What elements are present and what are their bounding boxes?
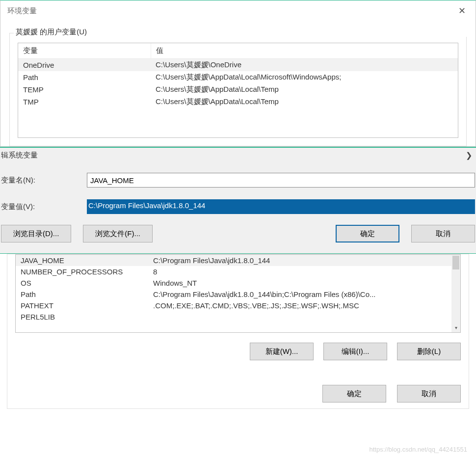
var-value-cell: C:\Users\莫媛媛\AppData\Local\Temp bbox=[151, 96, 458, 108]
var-value-cell: C:\Users\莫媛媛\AppData\Local\Microsoft\Win… bbox=[151, 71, 458, 83]
table-row[interactable]: PathC:\Program Files\Java\jdk1.8.0_144\b… bbox=[16, 289, 451, 300]
var-name-cell: PERL5LIB bbox=[16, 311, 148, 323]
var-value-label: 变量值(V): bbox=[1, 202, 87, 212]
var-value-cell: .COM;.EXE;.BAT;.CMD;.VBS;.VBE;.JS;.JSE;.… bbox=[148, 300, 451, 311]
var-name-cell: NUMBER_OF_PROCESSORS bbox=[16, 266, 148, 277]
table-row[interactable]: NUMBER_OF_PROCESSORS8 bbox=[16, 266, 451, 277]
table-row[interactable]: TEMPC:\Users\莫媛媛\AppData\Local\Temp bbox=[18, 83, 458, 96]
user-vars-label: 莫媛媛 的用户变量(U) bbox=[14, 27, 470, 37]
table-row[interactable]: OneDriveC:\Users\莫媛媛\OneDrive bbox=[18, 59, 458, 72]
edit-dialog-title: 辑系统变量 bbox=[1, 151, 38, 160]
var-name-input[interactable] bbox=[87, 173, 475, 188]
var-value-cell bbox=[148, 311, 451, 323]
new-button[interactable]: 新建(W)... bbox=[250, 343, 314, 360]
var-name-label: 变量名(N): bbox=[1, 176, 87, 185]
scrollbar-thumb[interactable] bbox=[452, 256, 459, 269]
scroll-down-icon[interactable]: ▾ bbox=[451, 323, 460, 332]
chevron-right-icon[interactable]: ❯ bbox=[466, 151, 472, 160]
ok-button[interactable]: 确定 bbox=[322, 385, 386, 403]
user-vars-fieldset: 莫媛媛 的用户变量(U) 变量 值 OneDriveC:\Users\莫媛媛\O… bbox=[9, 33, 467, 146]
system-vars-table[interactable]: JAVA_HOMEC:\Program Files\Java\jdk1.8.0_… bbox=[16, 255, 451, 323]
spacer bbox=[164, 225, 324, 242]
table-row[interactable]: TMPC:\Users\莫媛媛\AppData\Local\Temp bbox=[18, 96, 458, 108]
table-row[interactable]: PERL5LIB bbox=[16, 311, 451, 323]
table-spacer bbox=[18, 108, 458, 137]
var-value-input[interactable]: C:\Program Files\Java\jdk1.8.0_144 bbox=[87, 199, 475, 214]
table-row[interactable]: OSWindows_NT bbox=[16, 277, 451, 289]
browse-file-button[interactable]: 浏览文件(F)... bbox=[83, 225, 153, 242]
system-vars-section: JAVA_HOMEC:\Program Files\Java\jdk1.8.0_… bbox=[7, 254, 469, 409]
user-vars-table-wrap: 变量 值 OneDriveC:\Users\莫媛媛\OneDrivePathC:… bbox=[18, 43, 458, 138]
var-name-cell: TEMP bbox=[18, 83, 151, 96]
var-value-cell: C:\Program Files\Java\jdk1.8.0_144 bbox=[148, 255, 451, 266]
var-name-cell: OS bbox=[16, 277, 148, 289]
col-header-value[interactable]: 值 bbox=[151, 43, 458, 59]
var-value-cell: C:\Program Files\Java\jdk1.8.0_144\bin;C… bbox=[148, 289, 451, 300]
system-vars-actions: 新建(W)... 编辑(I)... 删除(L) bbox=[7, 333, 469, 370]
edit-ok-button[interactable]: 确定 bbox=[336, 225, 399, 242]
dialog-footer: 确定 取消 bbox=[7, 370, 469, 408]
system-vars-table-wrap: JAVA_HOMEC:\Program Files\Java\jdk1.8.0_… bbox=[15, 254, 461, 333]
edit-cancel-button[interactable]: 取消 bbox=[411, 225, 475, 242]
delete-button[interactable]: 删除(L) bbox=[397, 343, 461, 360]
var-name-cell: PATHEXT bbox=[16, 300, 148, 311]
var-name-cell: JAVA_HOME bbox=[16, 255, 148, 266]
var-name-cell: OneDrive bbox=[18, 59, 151, 72]
edit-dialog-buttons: 浏览目录(D)... 浏览文件(F)... 确定 取消 bbox=[0, 223, 476, 242]
edit-system-var-dialog: 辑系统变量 ❯ 变量名(N): 变量值(V): C:\Program Files… bbox=[0, 147, 476, 254]
var-value-cell: Windows_NT bbox=[148, 277, 451, 289]
env-vars-dialog: 环境变量 ✕ 莫媛媛 的用户变量(U) 变量 值 OneDriveC:\User… bbox=[0, 0, 476, 147]
edit-button[interactable]: 编辑(I)... bbox=[323, 343, 387, 360]
close-icon[interactable]: ✕ bbox=[455, 4, 469, 17]
watermark: https://blog.csdn.net/qq_44241551 bbox=[370, 446, 468, 453]
dialog-title: 环境变量 bbox=[7, 6, 37, 16]
table-row[interactable]: PathC:\Users\莫媛媛\AppData\Local\Microsoft… bbox=[18, 71, 458, 83]
var-name-cell: TMP bbox=[18, 96, 151, 108]
var-value-selected-text: C:\Program Files\Java\jdk1.8.0_144 bbox=[87, 200, 475, 214]
var-value-row: 变量值(V): C:\Program Files\Java\jdk1.8.0_1… bbox=[0, 196, 476, 223]
titlebar: 环境变量 ✕ bbox=[0, 0, 476, 23]
var-value-cell: 8 bbox=[148, 266, 451, 277]
browse-dir-button[interactable]: 浏览目录(D)... bbox=[1, 225, 71, 242]
var-value-cell: C:\Users\莫媛媛\AppData\Local\Temp bbox=[151, 83, 458, 96]
cancel-button[interactable]: 取消 bbox=[397, 385, 461, 403]
table-row[interactable]: JAVA_HOMEC:\Program Files\Java\jdk1.8.0_… bbox=[16, 255, 451, 266]
edit-dialog-titlebar: 辑系统变量 ❯ bbox=[0, 148, 476, 170]
scrollbar[interactable]: ▾ bbox=[451, 255, 460, 332]
col-header-name[interactable]: 变量 bbox=[18, 43, 151, 59]
var-name-cell: Path bbox=[18, 71, 151, 83]
var-value-cell: C:\Users\莫媛媛\OneDrive bbox=[151, 59, 458, 72]
var-name-cell: Path bbox=[16, 289, 148, 300]
user-vars-table[interactable]: 变量 值 OneDriveC:\Users\莫媛媛\OneDrivePathC:… bbox=[18, 43, 458, 108]
table-row[interactable]: PATHEXT.COM;.EXE;.BAT;.CMD;.VBS;.VBE;.JS… bbox=[16, 300, 451, 311]
var-name-row: 变量名(N): bbox=[0, 170, 476, 196]
